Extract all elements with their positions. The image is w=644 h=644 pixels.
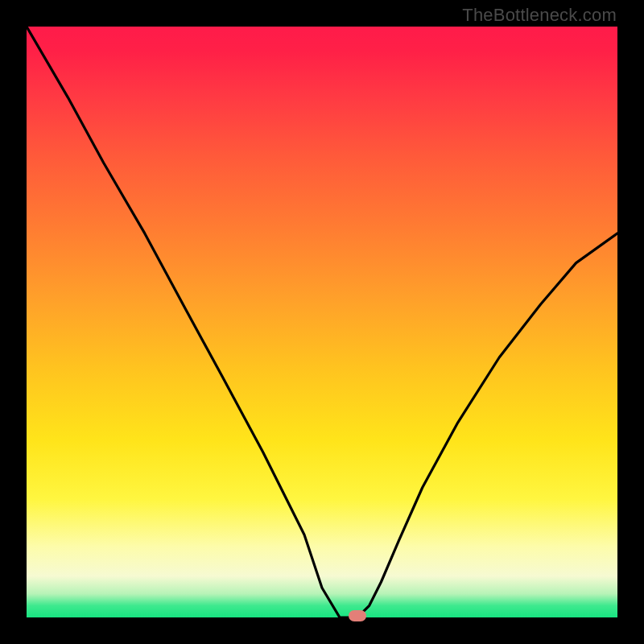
bottleneck-curve bbox=[27, 27, 617, 617]
watermark-text: TheBottleneck.com bbox=[462, 5, 617, 26]
chart-frame: TheBottleneck.com bbox=[0, 0, 644, 644]
plot-area bbox=[27, 27, 617, 617]
optimal-marker bbox=[349, 610, 366, 621]
